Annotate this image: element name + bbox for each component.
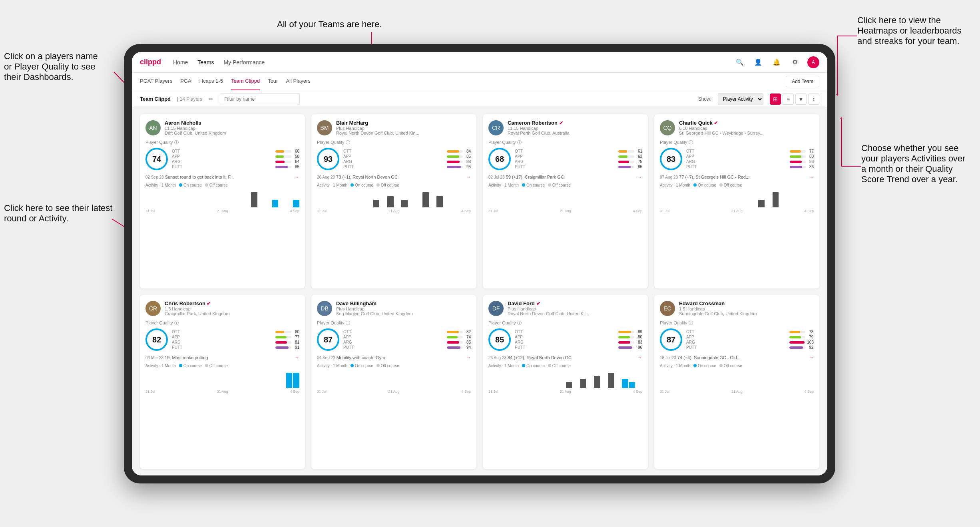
round-arrow[interactable]: → xyxy=(466,355,471,360)
player-name[interactable]: David Ford ✔ xyxy=(508,300,642,306)
round-arrow[interactable]: → xyxy=(466,174,471,180)
last-round: 03 Mar 23 19; Must make putting → xyxy=(145,355,299,360)
stats-grid: OTT 60 APP 77 ARG 81 PUTT xyxy=(172,330,299,350)
sub-nav-tour[interactable]: Tour xyxy=(268,73,278,90)
player-header: CQ Charlie Quick ✔ 6.10 Handicap St. Geo… xyxy=(660,120,814,135)
nav-my-performance[interactable]: My Performance xyxy=(224,59,265,66)
verified-icon: ✔ xyxy=(714,120,718,126)
svg-marker-9 xyxy=(836,94,839,96)
player-card: CQ Charlie Quick ✔ 6.10 Handicap St. Geo… xyxy=(654,114,819,288)
quality-circle[interactable]: 68 xyxy=(488,148,511,170)
round-arrow[interactable]: → xyxy=(809,355,814,360)
sub-nav-team-clippd[interactable]: Team Clippd xyxy=(231,73,260,90)
verified-icon: ✔ xyxy=(559,120,563,126)
sort-button[interactable]: ↕ xyxy=(808,93,819,105)
quality-circle[interactable]: 93 xyxy=(317,148,339,170)
search-input[interactable] xyxy=(220,93,300,105)
last-round: 07 Aug 23 77 (+7), St George's Hill GC -… xyxy=(660,174,814,180)
chart-label: 21 Aug xyxy=(731,209,743,213)
round-arrow[interactable]: → xyxy=(637,355,642,360)
show-select[interactable]: Player Activity Quality Trend xyxy=(718,93,763,105)
profile-icon-btn[interactable]: 👤 xyxy=(752,56,764,68)
player-name[interactable]: Blair McHarg xyxy=(336,120,471,126)
round-arrow[interactable]: → xyxy=(809,174,814,180)
off-course-dot xyxy=(205,183,208,187)
sub-nav-pgat[interactable]: PGAT Players xyxy=(140,73,172,90)
last-round-text: 04 Sep 23 Mobility with coach, Gym xyxy=(317,355,385,360)
last-round-text: 02 Jul 23 59 (+17), Craigmillar Park GC xyxy=(488,175,564,179)
quality-label: Player Quality ⓘ xyxy=(488,139,642,145)
player-info: Aaron Nicholls 11.15 Handicap Drift Golf… xyxy=(165,120,299,135)
sub-nav-all-players[interactable]: All Players xyxy=(286,73,310,90)
player-header: EC Edward Crossman 1.5 Handicap Sunningd… xyxy=(660,300,814,316)
chart-labels: 31 Jul21 Aug4 Sep xyxy=(488,390,642,394)
player-avatar: DB xyxy=(317,301,332,316)
filter-button[interactable]: ▼ xyxy=(795,93,807,105)
player-name[interactable]: Aaron Nicholls xyxy=(165,120,299,126)
player-name[interactable]: Chris Robertson ✔ xyxy=(165,300,299,306)
chart-labels: 31 Jul21 Aug4 Sep xyxy=(660,390,814,394)
ipad-frame: clippd Home Teams My Performance 🔍 👤 🔔 ⚙… xyxy=(124,44,835,483)
player-avatar: CR xyxy=(145,301,161,316)
player-name[interactable]: Dave Billingham xyxy=(336,300,471,306)
on-course-dot xyxy=(693,364,697,367)
quality-section: Player Quality ⓘ 93 OTT 84 APP 85 ARG xyxy=(317,139,471,170)
user-avatar[interactable]: A xyxy=(807,56,819,68)
add-team-button[interactable]: Add Team xyxy=(786,76,819,87)
on-course-dot xyxy=(351,364,354,367)
chart-label: 31 Jul xyxy=(660,390,669,394)
on-course-dot xyxy=(693,183,697,187)
grid-view-button[interactable]: ⊞ xyxy=(770,93,781,105)
activity-chart: 31 Jul21 Aug4 Sep xyxy=(660,370,814,394)
quality-circle[interactable]: 74 xyxy=(145,148,168,170)
nav-home[interactable]: Home xyxy=(173,59,188,66)
chart-bars xyxy=(660,189,814,207)
off-course-dot xyxy=(376,364,380,367)
last-round-text: 26 Aug 23 84 (+12), Royal North Devon GC xyxy=(488,355,572,360)
svg-text:or Player Quality to see: or Player Quality to see xyxy=(4,62,96,72)
stats-grid: OTT 82 APP 74 ARG 85 PUTT xyxy=(343,330,471,350)
player-handicap: Plus Handicap xyxy=(336,306,471,311)
player-name[interactable]: Cameron Robertson ✔ xyxy=(508,120,642,126)
nav-teams[interactable]: Teams xyxy=(197,59,214,66)
off-course-dot xyxy=(548,364,551,367)
player-name[interactable]: Edward Crossman xyxy=(679,300,814,306)
ipad-screen: clippd Home Teams My Performance 🔍 👤 🔔 ⚙… xyxy=(132,52,827,475)
quality-circle[interactable]: 87 xyxy=(317,328,339,351)
stats-grid: OTT 61 APP 63 ARG 75 PUTT xyxy=(515,149,642,169)
player-name[interactable]: Charlie Quick ✔ xyxy=(679,120,814,126)
chart-labels: 31 Jul21 Aug4 Sep xyxy=(660,209,814,213)
quality-circle[interactable]: 85 xyxy=(488,328,511,351)
svg-text:their Dashboards.: their Dashboards. xyxy=(4,72,74,82)
player-handicap: 6.10 Handicap xyxy=(679,126,814,131)
quality-circle[interactable]: 82 xyxy=(145,328,168,351)
list-view-button[interactable]: ≡ xyxy=(783,93,794,105)
quality-row: 87 OTT 82 APP 74 ARG 85 xyxy=(317,328,471,351)
round-arrow[interactable]: → xyxy=(295,174,299,180)
edit-team-icon[interactable]: ✏ xyxy=(209,96,213,102)
svg-text:Click on a players name: Click on a players name xyxy=(4,51,98,61)
sub-nav-hcaps[interactable]: Hcaps 1-5 xyxy=(199,73,223,90)
quality-row: 68 OTT 61 APP 63 ARG 75 xyxy=(488,148,642,170)
chart-label: 21 Aug xyxy=(388,209,400,213)
quality-circle[interactable]: 87 xyxy=(660,328,682,351)
settings-icon-btn[interactable]: ⚙ xyxy=(789,56,801,68)
chart-labels: 31 Jul21 Aug4 Sep xyxy=(317,390,471,394)
svg-text:your players Activities over: your players Activities over xyxy=(861,153,965,163)
chart-label: 31 Jul xyxy=(488,209,498,213)
search-icon-btn[interactable]: 🔍 xyxy=(734,56,746,68)
chart-label: 21 Aug xyxy=(388,390,400,394)
player-header: AN Aaron Nicholls 11.15 Handicap Drift G… xyxy=(145,120,299,135)
quality-section: Player Quality ⓘ 87 OTT 73 APP 79 ARG xyxy=(660,320,814,351)
quality-circle[interactable]: 83 xyxy=(660,148,682,170)
quality-label: Player Quality ⓘ xyxy=(488,320,642,326)
player-header: CR Chris Robertson ✔ 1.5 Handicap Craigm… xyxy=(145,300,299,316)
last-round: 02 Jul 23 59 (+17), Craigmillar Park GC … xyxy=(488,174,642,180)
round-arrow[interactable]: → xyxy=(295,355,299,360)
player-handicap: 11.15 Handicap xyxy=(508,126,642,131)
round-arrow[interactable]: → xyxy=(637,174,642,180)
bell-icon-btn[interactable]: 🔔 xyxy=(771,56,783,68)
quality-row: 82 OTT 60 APP 77 ARG 81 xyxy=(145,328,299,351)
svg-text:Click here to see their latest: Click here to see their latest xyxy=(4,203,112,213)
sub-nav-pga[interactable]: PGA xyxy=(180,73,191,90)
